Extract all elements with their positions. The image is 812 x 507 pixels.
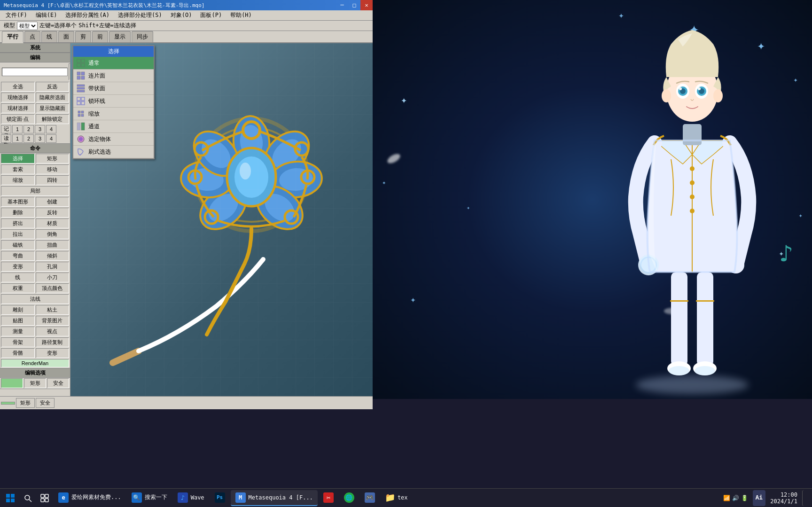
render-man-button[interactable]: RenderMan <box>1 359 69 367</box>
tab-point[interactable]: 点 <box>24 31 40 42</box>
tab-parallel[interactable]: 平行 <box>2 31 23 43</box>
sel-normal[interactable]: 通常 <box>73 57 154 70</box>
taskbar-app-ie[interactable]: e 爱绘网素材免费... <box>54 490 126 506</box>
bottom-set-btn[interactable]: 安全 <box>36 398 55 408</box>
recall-3[interactable]: 3 <box>35 134 45 143</box>
tab-face[interactable]: 面 <box>58 31 74 42</box>
cmd-line-button[interactable]: 线 <box>1 273 35 282</box>
cmd-material-button[interactable]: 材质 <box>36 218 70 228</box>
taskbar-ai-label[interactable]: Ai <box>753 490 766 506</box>
select-all-button[interactable]: 全选 <box>1 82 35 92</box>
taskbar-clock[interactable]: 12:00 2024/1/1 <box>766 491 801 505</box>
cmd-paste-button[interactable]: 贴图 <box>1 316 35 326</box>
edit-opt-set[interactable]: 安全 <box>47 378 69 388</box>
cmd-scale-button[interactable]: 缩放 <box>1 175 35 185</box>
recall-1[interactable]: 1 <box>12 134 23 143</box>
sel-strip[interactable]: 带状面 <box>73 82 154 95</box>
taskbar-app-unknown[interactable]: 🎮 <box>360 490 380 506</box>
object-select-button[interactable]: 现物选择 <box>1 93 35 102</box>
cmd-hole-button[interactable]: 孔洞 <box>36 262 70 272</box>
cmd-move-button[interactable]: 移动 <box>36 164 70 174</box>
cmd-viewpoint-button[interactable]: 视点 <box>36 327 70 336</box>
taskbar-app-wave[interactable]: ♪ Wave <box>173 490 209 506</box>
cmd-rotate-button[interactable]: 四转 <box>36 175 70 185</box>
sel-scale[interactable]: 缩放 <box>73 108 154 120</box>
taskbar-app-ps[interactable]: Ps <box>210 490 230 506</box>
sel-channel[interactable]: 通道 <box>73 120 154 133</box>
cmd-measure-button[interactable]: 测量 <box>1 327 35 336</box>
cmd-knife-button[interactable]: 小刀 <box>36 273 70 282</box>
sel-select-obj[interactable]: 选定物体 <box>73 133 154 146</box>
cmd-local-button[interactable]: 局部 <box>1 186 69 196</box>
cmd-flip-button[interactable]: 反转 <box>36 208 70 218</box>
cmd-lasso-button[interactable]: 套索 <box>1 164 35 174</box>
record-4[interactable]: 4 <box>46 125 56 133</box>
cmd-skeleton-button[interactable]: 骨架 <box>1 337 35 347</box>
cmd-slope-button[interactable]: 倾斜 <box>36 251 70 261</box>
cmd-bg-button[interactable]: 背景图片 <box>36 316 70 326</box>
cmd-extrude-button[interactable]: 挤出 <box>1 218 35 228</box>
mode-select[interactable]: 模型 <box>17 22 38 30</box>
minimize-button[interactable]: ─ <box>336 0 348 10</box>
cmd-select-button[interactable]: 选择 <box>1 154 35 164</box>
lock-button[interactable]: 锁定面·点 <box>1 114 35 124</box>
material-select-button[interactable]: 现材选择 <box>1 103 35 113</box>
cmd-vertex-color-button[interactable]: 顶点颜色 <box>36 283 70 293</box>
cmd-clay-button[interactable]: 粘土 <box>36 305 70 315</box>
edit-input[interactable] <box>2 68 68 76</box>
cmd-bone-button[interactable]: 骨骼 <box>1 348 35 358</box>
tab-line[interactable]: 线 <box>41 31 57 42</box>
taskbar-app-browser[interactable]: 🌐 <box>339 490 359 506</box>
cmd-create-button[interactable]: 创建 <box>36 197 70 207</box>
sel-loop[interactable]: 锁环线 <box>73 95 154 108</box>
cmd-rect-button[interactable]: 矩形 <box>36 154 70 164</box>
tab-front[interactable]: 前 <box>92 31 108 42</box>
cmd-bend-button[interactable]: 扭曲 <box>36 240 70 250</box>
menu-select-attr[interactable]: 选择部分属性(A) <box>62 10 113 20</box>
sel-connected[interactable]: 连片面 <box>73 70 154 82</box>
edit-opt-rect[interactable]: 矩形 <box>24 378 46 388</box>
search-button[interactable] <box>20 490 36 506</box>
cmd-base-button[interactable]: 基本图形 <box>1 197 35 207</box>
edit-opt-btn1[interactable] <box>1 378 23 388</box>
taskbar-app-meta[interactable]: M Metasequoia 4 [F... <box>231 490 318 506</box>
menu-edit[interactable]: 编辑(E) <box>32 10 61 20</box>
record-3[interactable]: 3 <box>35 125 45 133</box>
cmd-delete-button[interactable]: 删除 <box>1 208 35 218</box>
record-1[interactable]: 1 <box>12 125 23 133</box>
cmd-chamfer-button[interactable]: 倒角 <box>36 229 70 239</box>
show-hidden-button[interactable]: 显示隐藏面 <box>36 103 70 113</box>
start-button[interactable] <box>2 490 19 506</box>
recall-2[interactable]: 2 <box>23 134 34 143</box>
cmd-magnet-button[interactable]: 磁铁 <box>1 240 35 250</box>
tab-display[interactable]: 显示 <box>109 31 131 42</box>
menu-file[interactable]: 文件(F) <box>2 10 31 20</box>
record-2[interactable]: 2 <box>23 125 34 133</box>
tab-cut[interactable]: 剪 <box>75 31 91 42</box>
cmd-morph-button[interactable]: 变形 <box>36 348 70 358</box>
menu-select-proc[interactable]: 选择部分处理(S) <box>114 10 166 20</box>
show-desktop-button[interactable] <box>802 490 810 506</box>
taskbar-app-clip[interactable]: ✂ <box>319 490 338 506</box>
cmd-weight-button[interactable]: 权重 <box>1 283 35 293</box>
viewport[interactable]: 选择 通常 <box>70 43 373 396</box>
tab-sync[interactable]: 同步 <box>132 31 153 42</box>
cmd-law-button[interactable]: 法线 <box>1 294 69 304</box>
cmd-sculpt-button[interactable]: 雕刻 <box>1 305 35 315</box>
recall-4[interactable]: 4 <box>46 134 56 143</box>
bottom-btn-1[interactable] <box>1 402 15 405</box>
cmd-transform-button[interactable]: 变形 <box>1 262 35 272</box>
menu-help[interactable]: 帮助(H) <box>226 10 256 20</box>
hide-selected-button[interactable]: 隐藏所选面 <box>36 93 70 102</box>
taskbar-app-search[interactable]: 🔍 搜索一下 <box>127 490 172 506</box>
unlock-button[interactable]: 解除锁定 <box>36 114 70 124</box>
bottom-rect-btn[interactable]: 矩形 <box>16 398 35 408</box>
taskview-button[interactable] <box>37 490 53 506</box>
cmd-pull-button[interactable]: 拉出 <box>1 229 35 239</box>
sel-brush-select[interactable]: 刷式选选 <box>73 146 154 158</box>
menu-object[interactable]: 对象(O) <box>167 10 196 20</box>
cmd-curve-button[interactable]: 弯曲 <box>1 251 35 261</box>
close-button[interactable]: ✕ <box>360 0 373 10</box>
menu-panel[interactable]: 面板(P) <box>196 10 226 20</box>
maximize-button[interactable]: □ <box>348 0 360 10</box>
